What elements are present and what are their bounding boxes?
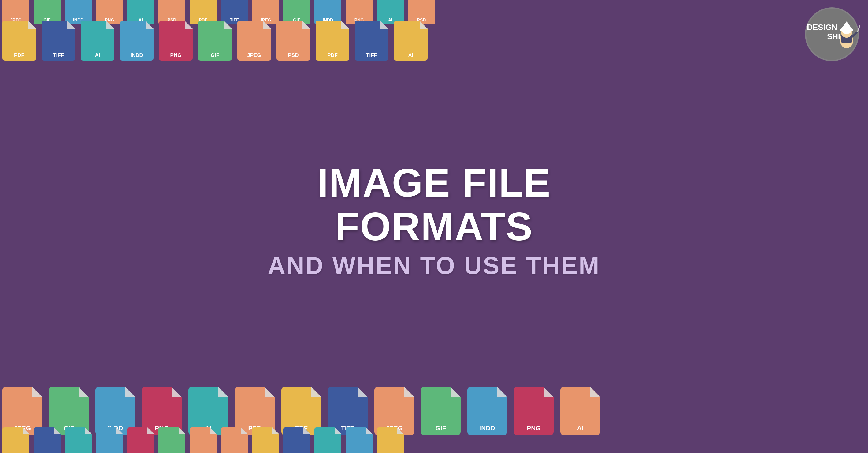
- svg-marker-70: [380, 21, 389, 29]
- svg-text:DESIGN: DESIGN: [807, 23, 837, 32]
- svg-text:PDF: PDF: [327, 52, 338, 58]
- svg-marker-52: [146, 21, 154, 29]
- svg-marker-97: [358, 387, 368, 397]
- file-icon-psd: PSD: [221, 427, 248, 453]
- file-icon-tiff: TIFF: [41, 21, 75, 62]
- svg-marker-139: [272, 427, 279, 434]
- main-title: IMAGE FILE FORMATS: [217, 161, 651, 249]
- svg-marker-88: [218, 387, 228, 397]
- svg-marker-43: [28, 21, 36, 29]
- file-icon-png: PNG: [127, 427, 154, 453]
- svg-text:GIF: GIF: [211, 52, 219, 58]
- svg-marker-100: [404, 387, 414, 397]
- svg-marker-115: [23, 427, 29, 434]
- svg-marker-106: [497, 387, 507, 397]
- svg-marker-136: [241, 427, 248, 434]
- svg-text:PDF: PDF: [14, 52, 25, 58]
- file-icon-ai: AI: [314, 427, 341, 453]
- logo: DESIGN SHIFU: [804, 6, 859, 61]
- svg-text:PSD: PSD: [288, 52, 299, 58]
- file-icon-tiff: TIFF: [283, 427, 310, 453]
- main-content: IMAGE FILE FORMATS AND WHEN TO USE THEM: [217, 161, 651, 280]
- svg-marker-145: [335, 427, 341, 434]
- svg-marker-133: [210, 427, 217, 434]
- svg-marker-73: [420, 21, 428, 29]
- file-icon-ai: AI: [65, 427, 92, 453]
- file-icon-pdf: PDF: [2, 21, 36, 62]
- file-icon-gif: GIF: [158, 427, 185, 453]
- svg-marker-58: [224, 21, 232, 29]
- file-icon-pdf: PDF: [316, 21, 349, 62]
- svg-text:AI: AI: [408, 52, 413, 58]
- file-icon-ai: AI: [394, 21, 428, 62]
- svg-marker-148: [366, 427, 373, 434]
- svg-marker-142: [303, 427, 310, 434]
- svg-marker-151: [397, 427, 404, 434]
- svg-marker-121: [85, 427, 92, 434]
- svg-marker-91: [265, 387, 275, 397]
- file-icon-tiff: TIFF: [34, 427, 61, 453]
- svg-marker-67: [341, 21, 349, 29]
- svg-marker-127: [148, 427, 154, 434]
- file-icon-png: PNG: [159, 21, 193, 62]
- svg-text:INDD: INDD: [130, 52, 143, 58]
- svg-text:TIFF: TIFF: [366, 52, 377, 58]
- svg-marker-118: [54, 427, 61, 434]
- svg-text:AI: AI: [95, 52, 100, 58]
- svg-marker-61: [263, 21, 271, 29]
- svg-marker-64: [302, 21, 310, 29]
- file-icon-png: PNG: [377, 427, 404, 453]
- file-icon-pdf: PDF: [252, 427, 279, 453]
- svg-marker-82: [125, 387, 135, 397]
- svg-marker-55: [185, 21, 193, 29]
- file-icon-jpeg: JPEG: [237, 21, 271, 62]
- svg-marker-46: [67, 21, 75, 29]
- svg-marker-124: [116, 427, 123, 434]
- svg-marker-79: [79, 387, 89, 397]
- file-icon-pdf: PDF: [2, 427, 29, 453]
- svg-marker-130: [179, 427, 185, 434]
- svg-marker-49: [106, 21, 114, 29]
- svg-marker-112: [590, 387, 600, 397]
- file-icon-indd: INDD: [346, 427, 373, 453]
- file-icon-indd: INDD: [120, 21, 154, 62]
- svg-text:TIFF: TIFF: [53, 52, 64, 58]
- svg-text:PNG: PNG: [170, 52, 182, 58]
- file-icon-psd: PSD: [277, 21, 310, 62]
- file-icon-jpeg: JPEG: [190, 427, 217, 453]
- svg-marker-94: [311, 387, 321, 397]
- file-icon-ai: AI: [81, 21, 114, 62]
- svg-marker-103: [451, 387, 461, 397]
- svg-marker-109: [544, 387, 554, 397]
- icon-row-2: PDFTIFFAIINDDPNGGIFJPEGPSDPDFTIFFAI: [0, 21, 868, 62]
- svg-marker-76: [32, 387, 42, 397]
- main-subtitle: AND WHEN TO USE THEM: [217, 252, 651, 280]
- file-icon-tiff: TIFF: [355, 21, 389, 62]
- file-icon-gif: GIF: [198, 21, 232, 62]
- icon-row-4: PDFTIFFAIINDDPNGGIFJPEGPSDPDFTIFFAIINDDP…: [0, 427, 868, 453]
- svg-text:JPEG: JPEG: [247, 52, 261, 58]
- file-icon-indd: INDD: [96, 427, 123, 453]
- svg-marker-85: [172, 387, 182, 397]
